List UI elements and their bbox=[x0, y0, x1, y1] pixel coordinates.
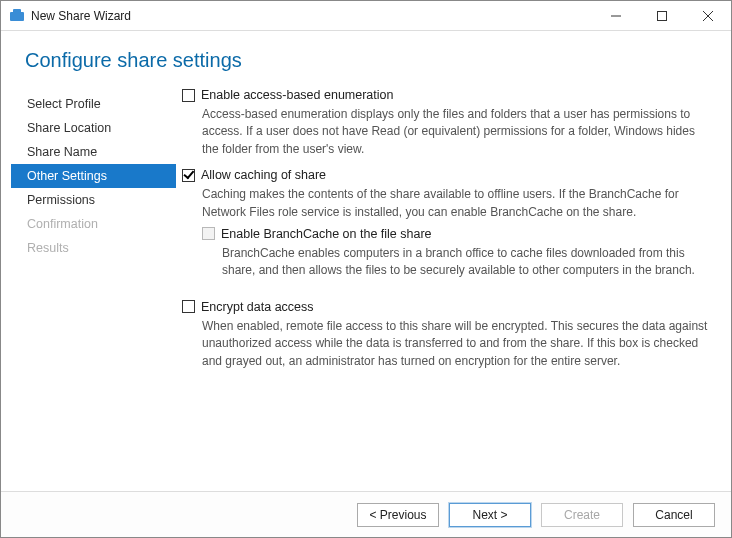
step-results: Results bbox=[11, 236, 176, 260]
page-header: Configure share settings bbox=[1, 31, 731, 82]
svg-rect-0 bbox=[10, 12, 24, 21]
page-title: Configure share settings bbox=[25, 49, 731, 72]
wizard-footer: < Previous Next > Create Cancel bbox=[1, 491, 731, 537]
close-icon bbox=[703, 11, 713, 21]
label-access-based-enumeration: Enable access-based enumeration bbox=[201, 88, 393, 102]
step-permissions[interactable]: Permissions bbox=[11, 188, 176, 212]
step-confirmation: Confirmation bbox=[11, 212, 176, 236]
create-button: Create bbox=[541, 503, 623, 527]
cancel-button[interactable]: Cancel bbox=[633, 503, 715, 527]
label-encrypt-data-access: Encrypt data access bbox=[201, 300, 314, 314]
wizard-body: Select Profile Share Location Share Name… bbox=[1, 82, 731, 491]
desc-allow-caching: Caching makes the contents of the share … bbox=[202, 186, 713, 221]
settings-content: Enable access-based enumeration Access-b… bbox=[176, 86, 713, 487]
wizard-window: New Share Wizard Configure share setting… bbox=[0, 0, 732, 538]
desc-encrypt-data-access: When enabled, remote file access to this… bbox=[202, 318, 713, 370]
next-button[interactable]: Next > bbox=[449, 503, 531, 527]
label-branchcache: Enable BranchCache on the file share bbox=[221, 227, 432, 241]
option-branchcache: Enable BranchCache on the file share Bra… bbox=[202, 227, 713, 280]
step-share-location[interactable]: Share Location bbox=[11, 116, 176, 140]
option-access-based-enumeration: Enable access-based enumeration Access-b… bbox=[182, 88, 713, 158]
window-title: New Share Wizard bbox=[31, 9, 593, 23]
maximize-button[interactable] bbox=[639, 1, 685, 30]
svg-rect-3 bbox=[658, 11, 667, 20]
previous-button[interactable]: < Previous bbox=[357, 503, 439, 527]
minimize-button[interactable] bbox=[593, 1, 639, 30]
step-other-settings[interactable]: Other Settings bbox=[11, 164, 176, 188]
checkbox-branchcache bbox=[202, 227, 215, 240]
checkbox-access-based-enumeration[interactable] bbox=[182, 89, 195, 102]
step-share-name[interactable]: Share Name bbox=[11, 140, 176, 164]
desc-branchcache: BranchCache enables computers in a branc… bbox=[222, 245, 713, 280]
maximize-icon bbox=[657, 11, 667, 21]
close-button[interactable] bbox=[685, 1, 731, 30]
svg-rect-1 bbox=[13, 9, 21, 13]
checkbox-allow-caching[interactable] bbox=[182, 169, 195, 182]
checkbox-encrypt-data-access[interactable] bbox=[182, 300, 195, 313]
minimize-icon bbox=[611, 11, 621, 21]
label-allow-caching: Allow caching of share bbox=[201, 168, 326, 182]
client-area: Configure share settings Select Profile … bbox=[1, 31, 731, 537]
wizard-steps-sidebar: Select Profile Share Location Share Name… bbox=[11, 86, 176, 487]
option-encrypt-data-access: Encrypt data access When enabled, remote… bbox=[182, 300, 713, 370]
step-select-profile[interactable]: Select Profile bbox=[11, 92, 176, 116]
app-icon bbox=[9, 8, 25, 24]
desc-access-based-enumeration: Access-based enumeration displays only t… bbox=[202, 106, 713, 158]
option-allow-caching: Allow caching of share Caching makes the… bbox=[182, 168, 713, 290]
titlebar: New Share Wizard bbox=[1, 1, 731, 31]
window-controls bbox=[593, 1, 731, 30]
